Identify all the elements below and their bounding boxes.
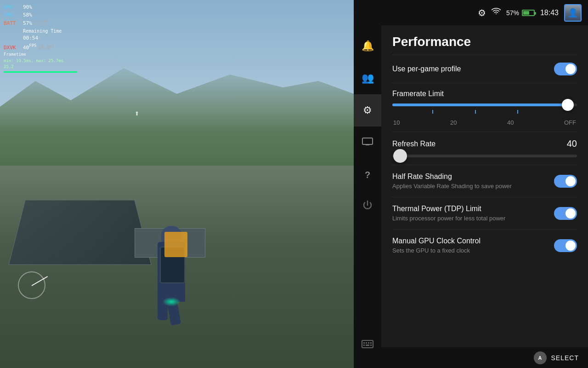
framerate-label-20: 20 <box>450 119 457 126</box>
framerate-limit-label: Framerate Limit <box>392 90 444 98</box>
select-button[interactable]: A <box>534 351 547 364</box>
hud-time-val: 00:54 <box>23 34 38 42</box>
refresh-rate-value: 40 <box>567 138 577 149</box>
setting-manual-gpu-clock: Manual GPU Clock Control Sets the GPU to… <box>392 230 577 261</box>
refresh-rate-slider-track[interactable] <box>392 155 577 157</box>
hud-cpu-val: 58% <box>23 12 32 19</box>
framerate-slider-track[interactable] <box>392 104 577 106</box>
page-title: Performance <box>392 34 577 49</box>
tdp-limit-text: Thermal Power (TDP) Limit Limits process… <box>392 205 505 222</box>
sidebar: 🔔 👥 ⚙ ? <box>354 0 381 368</box>
top-status-bar: ⚙ 57% 18:43 👤 <box>381 0 588 25</box>
display-icon <box>362 138 373 148</box>
hud-frametime-label: Frametime <box>4 52 63 58</box>
tdp-limit-toggle[interactable] <box>554 207 577 220</box>
character <box>148 210 194 302</box>
select-action-label: SELECT <box>551 354 579 362</box>
sidebar-item-display[interactable] <box>354 126 381 159</box>
hud-frametime-detail: min: 19.5ms, max: 25.7ms <box>4 58 63 64</box>
svg-rect-3 <box>363 342 365 344</box>
compass-circle <box>18 271 45 299</box>
battery-icon <box>522 10 535 16</box>
svg-rect-0 <box>362 138 373 144</box>
framerate-label-off: OFF <box>564 119 576 126</box>
waypoint-marker: ⬆ <box>135 110 139 117</box>
tdp-limit-thumb <box>565 208 576 218</box>
hud-batt-label: BATT <box>4 20 21 28</box>
avatar-image: 👤 <box>565 5 581 21</box>
sidebar-item-keyboard[interactable] <box>354 329 381 361</box>
framerate-label-10: 10 <box>393 119 400 126</box>
gear-icon: ⚙ <box>363 104 372 116</box>
svg-rect-9 <box>370 345 372 346</box>
setting-per-game-profile: Use per-game profile <box>392 55 577 83</box>
frametime-bar <box>4 71 77 73</box>
svg-rect-6 <box>370 342 372 344</box>
sidebar-top-area <box>354 5 381 30</box>
select-button-label: A <box>538 355 542 361</box>
char-backpack <box>160 247 185 283</box>
help-icon: ? <box>365 170 370 180</box>
sidebar-item-help[interactable]: ? <box>354 159 381 191</box>
platform-left <box>8 200 151 265</box>
sidebar-item-notifications[interactable]: 🔔 <box>354 30 381 62</box>
main-panel: Performance Use per-game profile Framera… <box>381 25 588 347</box>
bottom-bar: A SELECT <box>381 347 588 368</box>
refresh-rate-slider-thumb[interactable] <box>393 149 407 163</box>
refresh-rate-label: Refresh Rate <box>392 140 435 148</box>
battery-pct-label: 57% <box>506 9 519 17</box>
power-icon <box>362 200 373 214</box>
compass-needle <box>31 276 48 286</box>
manual-gpu-clock-toggle[interactable] <box>554 239 577 252</box>
svg-rect-8 <box>366 345 369 346</box>
setting-half-rate-shading: Half Rate Shading Applies Variable Rate … <box>392 165 577 197</box>
svg-rect-5 <box>368 342 369 344</box>
hud-stats: GPU 90% CPU 58% BATT 57% 25.2W Remaining… <box>4 4 63 70</box>
hud-frametime-val: 25.2 <box>4 64 63 70</box>
char-body <box>158 242 185 302</box>
sidebar-item-power[interactable] <box>354 191 381 223</box>
half-rate-shading-sublabel: Applies Variable Rate Shading to save po… <box>392 183 512 190</box>
half-rate-shading-toggle[interactable] <box>554 175 577 188</box>
hud-batt-val: 57% <box>23 20 32 28</box>
framerate-slider-labels: 10 20 40 OFF <box>392 119 577 126</box>
users-icon: 👥 <box>362 72 374 84</box>
keyboard-icon <box>362 339 373 351</box>
wifi-icon <box>492 8 501 17</box>
main-content-wrapper: ⚙ 57% 18:43 👤 Performa <box>381 0 588 368</box>
svg-rect-4 <box>366 342 367 344</box>
hud-batt-watts: 25.2W <box>34 19 47 27</box>
hud-fps-val: 40FPS <box>23 43 37 52</box>
half-rate-shading-text: Half Rate Shading Applies Variable Rate … <box>392 172 512 190</box>
per-game-profile-toggle[interactable] <box>554 63 577 75</box>
per-game-profile-label: Use per-game profile <box>392 65 461 73</box>
hud-cpu-label: CPU <box>4 12 21 19</box>
char-glow <box>162 297 181 306</box>
hud-gpu-val: 90% <box>23 4 32 12</box>
framerate-slider-container: 10 20 40 OFF <box>392 98 577 128</box>
per-game-profile-thumb <box>565 64 576 74</box>
half-rate-shading-label: Half Rate Shading <box>392 172 512 181</box>
framerate-slider-fill <box>392 104 568 106</box>
side-panel: 🔔 👥 ⚙ ? <box>354 0 588 368</box>
sidebar-item-users[interactable]: 👥 <box>354 62 381 94</box>
game-viewport: GPU 90% CPU 58% BATT 57% 25.2W Remaining… <box>0 0 354 368</box>
battery-indicator: 57% <box>506 9 535 17</box>
sidebar-item-settings[interactable]: ⚙ <box>354 94 381 126</box>
bell-icon: 🔔 <box>362 40 374 52</box>
framerate-slider-thumb[interactable] <box>562 99 574 111</box>
setting-framerate-limit: Framerate Limit 10 20 40 <box>392 83 577 132</box>
manual-gpu-clock-label: Manual GPU Clock Control <box>392 237 481 245</box>
manual-gpu-clock-thumb <box>565 241 576 251</box>
tdp-limit-label: Thermal Power (TDP) Limit <box>392 205 505 213</box>
settings-icon[interactable]: ⚙ <box>478 7 486 18</box>
hud-ms-val: 25.0ms <box>39 44 54 51</box>
half-rate-shading-thumb <box>565 176 576 186</box>
refresh-rate-header: Refresh Rate 40 <box>392 138 577 149</box>
status-time: 18:43 <box>540 9 559 17</box>
setting-tdp-limit: Thermal Power (TDP) Limit Limits process… <box>392 197 577 230</box>
hud-gpu-label: GPU <box>4 4 21 12</box>
avatar[interactable]: 👤 <box>564 4 582 22</box>
frametime-bar-fill <box>4 71 77 73</box>
battery-fill <box>523 11 529 15</box>
